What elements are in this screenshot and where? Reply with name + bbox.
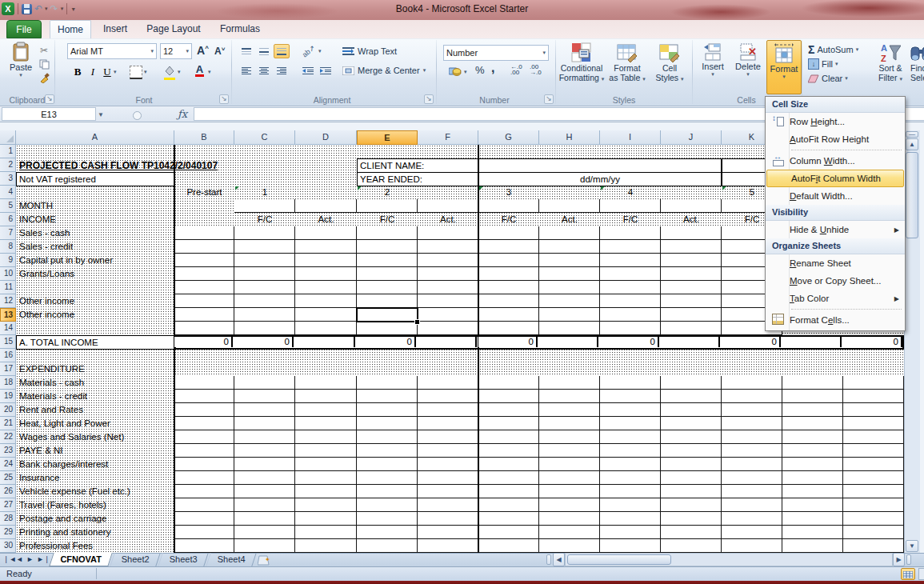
cell-E30[interactable] (357, 539, 418, 553)
cell-E14[interactable] (357, 322, 418, 335)
cell-C11[interactable] (234, 281, 295, 294)
shrink-font-button[interactable]: A˅ (214, 46, 225, 57)
cell-A21-label[interactable]: Heat, Light and Power (19, 418, 110, 428)
cell-I7[interactable] (600, 226, 661, 240)
cell-F13[interactable] (418, 308, 478, 322)
cell-F7[interactable] (418, 226, 478, 240)
sort-filter-button[interactable]: AZ Sort & Filter ▾ (872, 42, 909, 82)
cell-L29[interactable] (782, 526, 843, 539)
cell-D11[interactable] (295, 281, 357, 294)
cell-L21[interactable] (782, 417, 843, 430)
select-all-corner[interactable] (0, 130, 16, 145)
cell-A7-label[interactable]: Sales - cash (19, 228, 70, 238)
cell-G2-client-entry[interactable] (478, 158, 722, 173)
cell-K21[interactable] (722, 417, 782, 430)
cell-C10[interactable] (234, 267, 295, 281)
row-header-6[interactable]: 6 (0, 213, 16, 226)
increase-indent-button[interactable] (317, 63, 334, 78)
cell-J15[interactable] (661, 337, 720, 347)
cell-F20[interactable] (418, 403, 478, 417)
cell-B9[interactable] (174, 254, 234, 267)
cell-F10[interactable] (418, 267, 478, 281)
row-header-13[interactable]: 13 (0, 308, 16, 322)
cell-K18[interactable] (722, 376, 782, 390)
cell-H22[interactable] (539, 430, 600, 444)
cell-K30[interactable] (722, 539, 782, 553)
cell-H11[interactable] (539, 281, 600, 294)
cell-I4[interactable]: 4 (600, 187, 661, 197)
cell-H5[interactable] (539, 199, 600, 213)
column-header-G[interactable]: G (478, 130, 539, 145)
prev-sheet-icon[interactable]: ◄ (16, 553, 23, 566)
bottom-align-button[interactable] (274, 44, 290, 58)
cell-F6[interactable]: Act. (418, 214, 478, 224)
cell-B4[interactable]: Pre-start (174, 187, 234, 197)
menu-item-move-copy-sheet[interactable]: Move or Copy Sheet... (766, 272, 905, 290)
font-color-caret-icon[interactable]: ▾ (208, 69, 211, 75)
cell-A6-label[interactable]: INCOME (19, 214, 56, 224)
sheet-tab-cfnovat[interactable]: CFNOVAT (49, 553, 113, 566)
name-box-caret-icon[interactable]: ▼ (98, 111, 104, 118)
column-header-J[interactable]: J (661, 130, 722, 145)
row-header-19[interactable]: 19 (0, 390, 16, 403)
row-header-20[interactable]: 20 (0, 403, 16, 417)
cell-H23[interactable] (539, 444, 600, 458)
column-header-C[interactable]: C (234, 130, 295, 145)
format-painter-button[interactable] (37, 70, 51, 85)
increase-decimal-button[interactable]: ←.0.00 (510, 64, 522, 75)
borders-button[interactable] (130, 66, 142, 79)
cell-E15[interactable]: 0 (357, 337, 416, 347)
cell-C15[interactable]: 0 (234, 337, 294, 347)
cell-L27[interactable] (782, 498, 843, 512)
cell-H8[interactable] (539, 240, 600, 254)
align-right-button[interactable] (274, 63, 290, 78)
cell-K22[interactable] (722, 430, 782, 444)
cell-E12[interactable] (357, 294, 418, 308)
scroll-up-icon[interactable]: ▲ (906, 138, 918, 150)
cell-G9[interactable] (478, 254, 539, 267)
cell-D21[interactable] (295, 417, 357, 430)
cell-M29[interactable] (843, 526, 904, 539)
top-align-button[interactable] (238, 44, 254, 58)
cell-D14[interactable] (295, 322, 357, 335)
cell-C24[interactable] (234, 458, 295, 471)
cell-C8[interactable] (234, 240, 295, 254)
cell-D30[interactable] (295, 539, 357, 553)
cell-I12[interactable] (600, 294, 661, 308)
cell-K15[interactable]: 0 (722, 337, 781, 347)
cell-I14[interactable] (600, 322, 661, 335)
collapse-formula-bar-icon[interactable] (133, 111, 142, 120)
cell-D18[interactable] (295, 376, 357, 390)
cell-J27[interactable] (661, 498, 722, 512)
cell-L18[interactable] (782, 376, 843, 390)
cell-J10[interactable] (661, 267, 722, 281)
cell-F5[interactable] (418, 199, 478, 213)
conditional-formatting-button[interactable]: Conditional Formatting ▾ (558, 42, 605, 82)
column-header-D[interactable]: D (295, 130, 357, 145)
scroll-right-icon[interactable]: ▶ (893, 553, 905, 566)
cell-I23[interactable] (600, 444, 661, 458)
column-header-B[interactable]: B (174, 130, 234, 145)
menu-item-format-cells[interactable]: Format Cells... (766, 311, 905, 329)
cell-G21[interactable] (478, 417, 539, 430)
cell-B20[interactable] (174, 403, 234, 417)
next-sheet-icon[interactable]: ► (26, 553, 34, 566)
cell-C19[interactable] (234, 390, 295, 403)
cell-D13[interactable] (295, 308, 357, 322)
cell-F8[interactable] (418, 240, 478, 254)
cell-G26[interactable] (478, 485, 539, 498)
cell-L19[interactable] (782, 390, 843, 403)
cell-J29[interactable] (661, 526, 722, 539)
cell-J23[interactable] (661, 444, 722, 458)
cell-C13[interactable] (234, 308, 295, 322)
cell-E29[interactable] (357, 526, 418, 539)
row-header-24[interactable]: 24 (0, 458, 16, 471)
tab-file[interactable]: File (6, 20, 42, 38)
cell-H30[interactable] (539, 539, 600, 553)
cell-E9[interactable] (357, 254, 418, 267)
cell-A24-label[interactable]: Bank charges/interest (19, 459, 108, 469)
row-header-1[interactable]: 1 (0, 145, 16, 158)
cell-H14[interactable] (539, 322, 600, 335)
cell-K28[interactable] (722, 512, 782, 526)
cell-D20[interactable] (295, 403, 357, 417)
